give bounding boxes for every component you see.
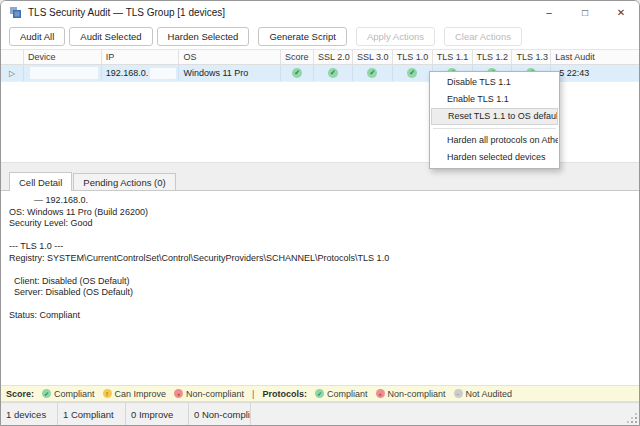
- status-bar: 1 devices 1 Compliant 0 Improve 0 Non-co…: [1, 402, 639, 425]
- legend-label: Can Improve: [115, 389, 167, 399]
- error-circle-icon: ●: [174, 389, 183, 398]
- cell-detail-pane: — 192.168.0. OS: Windows 11 Pro (Build 2…: [1, 191, 639, 385]
- column-header-device[interactable]: Device: [24, 50, 102, 64]
- window-controls: – □ ✕: [531, 1, 639, 24]
- column-header-os[interactable]: OS: [179, 50, 281, 64]
- compliant-check-icon: ✓: [367, 68, 377, 78]
- grid-header: Device IP OS Score SSL 2.0 SSL 3.0 TLS 1…: [1, 49, 639, 65]
- column-header-ip[interactable]: IP: [102, 50, 180, 64]
- legend-protocol-compliant: ✓ Compliant: [315, 389, 368, 399]
- tab-pending-actions[interactable]: Pending Actions (0): [73, 173, 175, 190]
- legend-score-compliant: ✓ Compliant: [42, 389, 95, 399]
- legend-score-label: Score:: [6, 389, 34, 399]
- cell-ip[interactable]: 192.168.0.: [102, 65, 180, 81]
- window-title: TLS Security Audit — TLS Group [1 device…: [28, 7, 225, 18]
- legend-protocol-non-compliant: ● Non-compliant: [376, 389, 446, 399]
- harden-selected-button[interactable]: Harden Selected: [157, 27, 250, 46]
- cell-ssl20[interactable]: ✓: [314, 65, 353, 81]
- row-selector-icon[interactable]: ▷: [1, 65, 24, 81]
- header-row-selector: [1, 50, 24, 64]
- toolbar: Audit All Audit Selected Harden Selected…: [1, 24, 639, 49]
- column-header-score[interactable]: Score: [281, 50, 314, 64]
- column-header-tls12[interactable]: TLS 1.2: [473, 50, 513, 64]
- clear-actions-button: Clear Actions: [444, 27, 522, 46]
- column-header-tls13[interactable]: TLS 1.3: [512, 50, 551, 64]
- legend-score-can-improve: ! Can Improve: [103, 389, 167, 399]
- column-header-tls10[interactable]: TLS 1.0: [393, 50, 433, 64]
- maximize-button[interactable]: □: [567, 1, 603, 24]
- apply-actions-button: Apply Actions: [356, 27, 435, 46]
- legend-label: Compliant: [54, 389, 95, 399]
- status-noncompliant-count: 0 Non-complian: [189, 403, 251, 425]
- error-circle-icon: ●: [376, 389, 385, 398]
- cell-os[interactable]: Windows 11 Pro: [179, 65, 281, 81]
- column-header-ssl20[interactable]: SSL 2.0: [314, 50, 353, 64]
- column-header-ssl30[interactable]: SSL 3.0: [353, 50, 393, 64]
- maximize-icon: □: [582, 7, 588, 18]
- menu-item-harden-all-protocols[interactable]: Harden all protocols on Athena_II: [431, 132, 558, 149]
- check-circle-icon: ✓: [42, 389, 51, 398]
- app-window: TLS Security Audit — TLS Group [1 device…: [0, 0, 640, 426]
- legend-label: Non-compliant: [186, 389, 244, 399]
- redacted-ip-octet: [150, 68, 176, 79]
- audit-selected-button[interactable]: Audit Selected: [69, 27, 152, 46]
- column-header-tls11[interactable]: TLS 1.1: [433, 50, 473, 64]
- cell-score[interactable]: ✓: [281, 65, 314, 81]
- ip-text: 192.168.0.: [106, 68, 149, 78]
- tab-cell-detail[interactable]: Cell Detail: [9, 172, 72, 191]
- menu-item-enable-tls11[interactable]: Enable TLS 1.1: [431, 91, 558, 108]
- column-header-last-audit[interactable]: Last Audit: [551, 50, 639, 64]
- cell-tls10[interactable]: ✓: [393, 65, 433, 81]
- compliant-check-icon: ✓: [292, 68, 302, 78]
- redacted-device-name: [30, 67, 98, 79]
- menu-item-reset-tls11[interactable]: Reset TLS 1.1 to OS default: [431, 108, 558, 125]
- audit-all-button[interactable]: Audit All: [9, 27, 65, 46]
- resize-grip[interactable]: [628, 414, 637, 423]
- legend-separator: |: [252, 389, 254, 399]
- menu-item-disable-tls11[interactable]: Disable TLS 1.1: [431, 74, 558, 91]
- menu-item-harden-selected-devices[interactable]: Harden selected devices: [431, 149, 558, 166]
- app-icon: [9, 6, 22, 19]
- legend-label: Non-compliant: [388, 389, 446, 399]
- compliant-check-icon: ✓: [407, 68, 417, 78]
- close-icon: ✕: [617, 7, 625, 18]
- minimize-icon: –: [546, 7, 552, 18]
- legend-label: Compliant: [327, 389, 368, 399]
- not-audited-circle-icon: –: [454, 389, 463, 398]
- cell-device[interactable]: [24, 65, 102, 81]
- legend-score-non-compliant: ● Non-compliant: [174, 389, 244, 399]
- close-button[interactable]: ✕: [603, 1, 639, 24]
- legend-protocols-label: Protocols:: [262, 389, 307, 399]
- cell-detail-text: — 192.168.0. OS: Windows 11 Pro (Build 2…: [9, 195, 631, 322]
- check-circle-icon: ✓: [315, 389, 324, 398]
- context-menu: Disable TLS 1.1 Enable TLS 1.1 Reset TLS…: [429, 71, 560, 169]
- cell-ssl30[interactable]: ✓: [353, 65, 393, 81]
- tab-strip: Cell Detail Pending Actions (0): [1, 172, 639, 191]
- menu-separator: [433, 128, 556, 129]
- legend-bar: Score: ✓ Compliant ! Can Improve ● Non-c…: [1, 385, 639, 402]
- compliant-check-icon: ✓: [328, 68, 338, 78]
- status-improve-count: 0 Improve: [126, 403, 189, 425]
- generate-script-button[interactable]: Generate Script: [258, 27, 347, 46]
- status-compliant-count: 1 Compliant: [58, 403, 126, 425]
- warning-circle-icon: !: [103, 389, 112, 398]
- minimize-button[interactable]: –: [531, 1, 567, 24]
- title-bar: TLS Security Audit — TLS Group [1 device…: [1, 1, 639, 24]
- legend-protocol-not-audited: – Not Audited: [454, 389, 513, 399]
- status-devices-count: 1 devices: [1, 403, 58, 425]
- cell-last-audit[interactable]: 5 22:43: [551, 65, 639, 81]
- legend-label: Not Audited: [466, 389, 513, 399]
